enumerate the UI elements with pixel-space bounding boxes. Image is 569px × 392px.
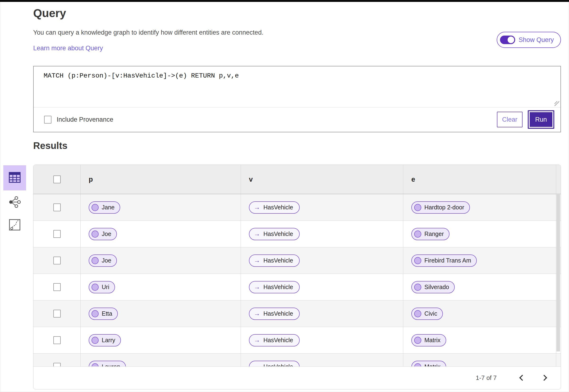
table-icon bbox=[9, 172, 21, 184]
pagination-prev-button[interactable] bbox=[517, 373, 527, 383]
edge-pill[interactable]: →HasVehicle bbox=[249, 361, 300, 367]
show-query-toggle[interactable]: Show Query bbox=[497, 32, 561, 48]
node-pill[interactable]: Civic bbox=[411, 308, 443, 320]
row-checkbox[interactable] bbox=[53, 283, 61, 291]
results-heading: Results bbox=[33, 140, 68, 151]
node-circle-icon bbox=[414, 363, 421, 367]
node-pill[interactable]: Joe bbox=[89, 254, 117, 267]
node-pill[interactable]: Jane bbox=[89, 201, 120, 214]
include-provenance-label: Include Provenance bbox=[57, 116, 113, 123]
node-circle-icon bbox=[414, 337, 421, 344]
node-pill[interactable]: Ranger bbox=[411, 228, 449, 240]
table-row: Jane →HasVehicle Hardtop 2-door bbox=[33, 194, 561, 221]
node-pill[interactable]: Firebird Trans Am bbox=[411, 254, 477, 267]
table-row: Joe →HasVehicle Ranger bbox=[33, 221, 561, 247]
page-description: You can query a knowledge graph to ident… bbox=[33, 29, 264, 36]
query-panel: MATCH (p:Person)-[v:HasVehicle]->(e) RET… bbox=[33, 66, 561, 132]
arrow-right-icon: → bbox=[254, 284, 260, 290]
arrow-right-icon: → bbox=[254, 337, 260, 343]
node-circle-icon bbox=[92, 363, 99, 367]
clear-button[interactable]: Clear bbox=[497, 112, 523, 127]
chevron-right-icon bbox=[541, 375, 547, 381]
graph-view-button[interactable] bbox=[3, 192, 26, 213]
pagination-label: 1-7 of 7 bbox=[476, 374, 497, 382]
row-checkbox[interactable] bbox=[53, 310, 61, 318]
arrow-right-icon: → bbox=[254, 204, 260, 210]
table-scrollbar[interactable] bbox=[556, 195, 560, 351]
node-circle-icon bbox=[414, 230, 421, 238]
arrow-right-icon: → bbox=[254, 257, 260, 264]
include-provenance-checkbox[interactable] bbox=[44, 116, 51, 124]
arrow-right-icon: → bbox=[254, 364, 260, 366]
show-query-toggle-label: Show Query bbox=[518, 36, 554, 44]
row-checkbox[interactable] bbox=[53, 363, 61, 366]
edge-pill[interactable]: →HasVehicle bbox=[249, 308, 300, 320]
column-header-p[interactable]: p bbox=[80, 165, 241, 194]
node-circle-icon bbox=[414, 310, 421, 317]
node-circle-icon bbox=[92, 284, 99, 291]
node-circle-icon bbox=[92, 257, 99, 264]
node-circle-icon bbox=[414, 257, 421, 264]
share-nodes-icon bbox=[9, 196, 21, 209]
node-pill[interactable]: Silverado bbox=[411, 281, 455, 293]
table-row: Larry →HasVehicle Matrix bbox=[33, 327, 561, 354]
table-row: Etta →HasVehicle Civic bbox=[33, 300, 561, 327]
row-checkbox[interactable] bbox=[53, 257, 61, 265]
chevron-left-icon bbox=[519, 375, 525, 381]
pagination-bar: 1-7 of 7 bbox=[33, 366, 561, 389]
node-circle-icon bbox=[92, 310, 99, 317]
toggle-switch-icon[interactable] bbox=[500, 36, 515, 44]
query-text: MATCH (p:Person)-[v:HasVehicle]->(e) RET… bbox=[44, 72, 239, 79]
arrow-right-icon: → bbox=[254, 310, 260, 317]
column-header-v[interactable]: v bbox=[241, 165, 403, 194]
node-pill[interactable]: Matrix bbox=[411, 361, 446, 367]
toggle-knob bbox=[508, 37, 514, 43]
row-checkbox[interactable] bbox=[53, 230, 61, 238]
top-black-bar bbox=[0, 0, 569, 2]
node-circle-icon bbox=[92, 204, 99, 211]
edge-pill[interactable]: →HasVehicle bbox=[249, 281, 300, 293]
column-header-e[interactable]: e bbox=[403, 165, 556, 194]
node-pill[interactable]: Joe bbox=[89, 228, 117, 240]
select-all-checkbox[interactable] bbox=[53, 175, 61, 183]
edge-pill[interactable]: →HasVehicle bbox=[249, 228, 300, 240]
node-pill[interactable]: Uri bbox=[89, 281, 115, 293]
run-button[interactable]: Run bbox=[528, 110, 554, 129]
path-icon bbox=[9, 219, 21, 232]
table-row: Uri →HasVehicle Silverado bbox=[33, 274, 561, 300]
row-checkbox[interactable] bbox=[53, 336, 61, 344]
learn-more-link[interactable]: Learn more about Query bbox=[33, 45, 103, 52]
edge-pill[interactable]: →HasVehicle bbox=[249, 201, 300, 214]
results-table-header: p v e bbox=[33, 165, 561, 194]
pagination-next-button[interactable] bbox=[539, 373, 549, 383]
row-checkbox[interactable] bbox=[53, 203, 61, 211]
results-table-body: Jane →HasVehicle Hardtop 2-door Joe →Has… bbox=[33, 194, 561, 366]
results-table-card: p v e Jane →HasVehicle Hardtop 2-door Jo… bbox=[33, 165, 561, 389]
edge-pill[interactable]: →HasVehicle bbox=[249, 254, 300, 267]
node-circle-icon bbox=[414, 284, 421, 291]
results-view-switcher bbox=[3, 165, 26, 236]
node-pill[interactable]: Etta bbox=[89, 308, 118, 320]
node-pill[interactable]: Hardtop 2-door bbox=[411, 201, 470, 214]
table-row: Lauren →HasVehicle Matrix bbox=[33, 354, 561, 366]
node-pill[interactable]: Matrix bbox=[411, 334, 446, 347]
edge-pill[interactable]: →HasVehicle bbox=[249, 334, 300, 347]
node-pill[interactable]: Lauren bbox=[89, 361, 126, 367]
path-view-button[interactable] bbox=[3, 215, 26, 236]
resize-handle-icon[interactable] bbox=[555, 101, 559, 106]
query-footer: Include Provenance Clear Run bbox=[34, 107, 560, 132]
node-circle-icon bbox=[92, 337, 99, 344]
node-circle-icon bbox=[414, 204, 421, 211]
query-input[interactable]: MATCH (p:Person)-[v:HasVehicle]->(e) RET… bbox=[34, 66, 560, 107]
table-view-button[interactable] bbox=[3, 165, 26, 190]
arrow-right-icon: → bbox=[254, 231, 260, 237]
table-row: Joe →HasVehicle Firebird Trans Am bbox=[33, 247, 561, 274]
page-title: Query bbox=[33, 7, 66, 20]
node-pill[interactable]: Larry bbox=[89, 334, 121, 347]
node-circle-icon bbox=[92, 230, 99, 238]
